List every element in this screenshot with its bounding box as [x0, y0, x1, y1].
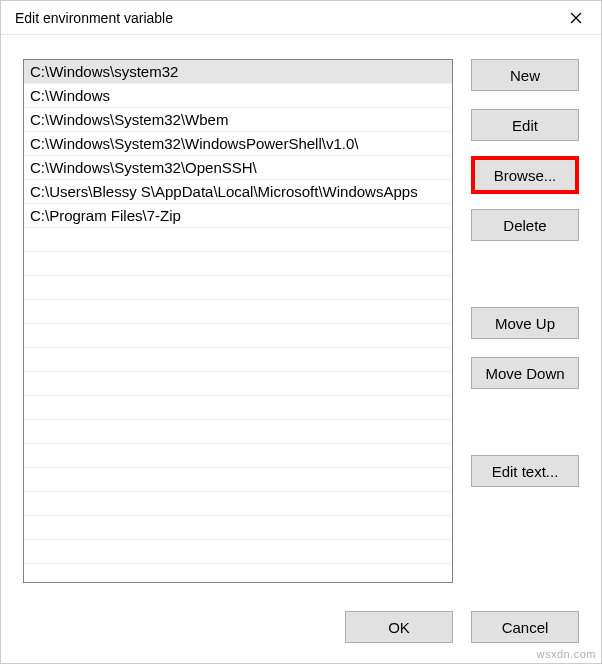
path-list-item[interactable]: C:\Windows\System32\WindowsPowerShell\v1…	[24, 132, 452, 156]
list-filler-row	[24, 444, 452, 468]
delete-button[interactable]: Delete	[471, 209, 579, 241]
window-title: Edit environment variable	[15, 10, 173, 26]
list-filler-row	[24, 300, 452, 324]
ok-button[interactable]: OK	[345, 611, 453, 643]
button-column: New Edit Browse... Delete Move Up Move D…	[471, 59, 579, 593]
list-filler-row	[24, 276, 452, 300]
close-button[interactable]	[553, 2, 599, 34]
list-filler-row	[24, 372, 452, 396]
move-down-button[interactable]: Move Down	[471, 357, 579, 389]
spacer	[471, 259, 579, 307]
list-filler-row	[24, 492, 452, 516]
move-up-button[interactable]: Move Up	[471, 307, 579, 339]
edit-text-button[interactable]: Edit text...	[471, 455, 579, 487]
close-icon	[570, 12, 582, 24]
list-filler-row	[24, 468, 452, 492]
path-list-item[interactable]: C:\Windows\System32\Wbem	[24, 108, 452, 132]
list-filler-row	[24, 396, 452, 420]
list-filler-row	[24, 540, 452, 564]
spacer	[471, 407, 579, 455]
path-list-item[interactable]: C:\Program Files\7-Zip	[24, 204, 452, 228]
new-button[interactable]: New	[471, 59, 579, 91]
list-filler-row	[24, 516, 452, 540]
list-filler-row	[24, 324, 452, 348]
path-list-item[interactable]: C:\Windows\system32	[24, 60, 452, 84]
watermark: wsxdn.com	[536, 648, 596, 660]
edit-env-var-dialog: Edit environment variable C:\Windows\sys…	[0, 0, 602, 664]
list-filler-row	[24, 228, 452, 252]
dialog-footer: OK Cancel	[1, 593, 601, 663]
path-list-item[interactable]: C:\Windows\System32\OpenSSH\	[24, 156, 452, 180]
edit-button[interactable]: Edit	[471, 109, 579, 141]
path-list-item[interactable]: C:\Windows	[24, 84, 452, 108]
dialog-content: C:\Windows\system32C:\WindowsC:\Windows\…	[1, 35, 601, 593]
list-filler-row	[24, 348, 452, 372]
list-filler-row	[24, 252, 452, 276]
titlebar: Edit environment variable	[1, 1, 601, 35]
cancel-button[interactable]: Cancel	[471, 611, 579, 643]
browse-button[interactable]: Browse...	[471, 156, 579, 194]
list-filler-row	[24, 420, 452, 444]
path-list-item[interactable]: C:\Users\Blessy S\AppData\Local\Microsof…	[24, 180, 452, 204]
path-listbox[interactable]: C:\Windows\system32C:\WindowsC:\Windows\…	[23, 59, 453, 583]
